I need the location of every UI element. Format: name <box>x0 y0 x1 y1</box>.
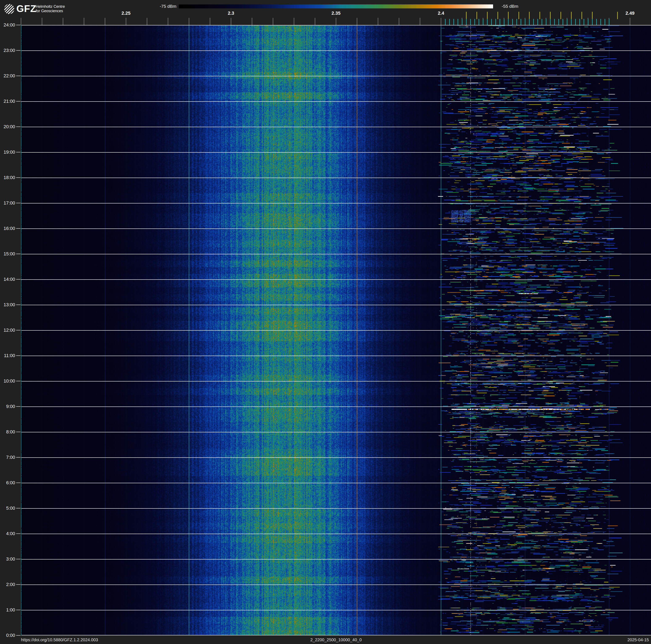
ble-channel-tick <box>470 19 471 25</box>
time-tick <box>16 457 21 458</box>
wifi-channel-tick <box>539 12 540 19</box>
ble-channel-tick <box>491 19 492 25</box>
ble-channel-tick <box>445 19 445 25</box>
time-tick <box>16 177 21 178</box>
freq-minor-tick <box>231 18 231 25</box>
time-label: 24:00 <box>0 23 15 28</box>
footer-date: 2025-04-15 <box>627 637 649 642</box>
ble-channel-tick <box>483 19 484 25</box>
colorbar-min-label: -75 dBm <box>147 4 177 9</box>
time-tick <box>16 254 21 254</box>
freq-minor-tick <box>336 18 336 25</box>
time-tick <box>16 355 21 356</box>
ble-channel-tick <box>537 19 538 25</box>
time-tick <box>16 432 21 432</box>
time-label: 2:00 <box>0 582 15 587</box>
freq-tick-label: 2.25 <box>117 10 135 16</box>
footer-doi-link[interactable]: https://doi.org/10.5880/GFZ.1.2.2024.003 <box>21 637 98 642</box>
wifi-channel-tick <box>592 12 593 19</box>
colorbar-max-label: -55 dBm <box>502 4 535 9</box>
ble-channel-tick <box>600 19 601 25</box>
time-label: 3:00 <box>0 557 15 562</box>
time-label: 1:00 <box>0 608 15 612</box>
wifi-channel-tick <box>617 12 618 19</box>
time-label: 22:00 <box>0 74 15 79</box>
gfz-logo-icon <box>4 4 14 14</box>
gfz-wordmark: GFZ <box>17 3 36 14</box>
time-label: 23:00 <box>0 48 15 53</box>
ble-channel-tick <box>508 19 508 25</box>
time-label: 21:00 <box>0 99 15 104</box>
freq-minor-tick <box>210 18 210 25</box>
time-label: 20:00 <box>0 124 15 129</box>
freq-minor-tick <box>21 18 21 25</box>
gfz-tagline: Helmholtz Centre for Geosciences <box>36 4 65 13</box>
freq-minor-tick <box>357 18 357 25</box>
time-tick <box>16 482 21 483</box>
freq-minor-tick <box>63 18 63 25</box>
freq-tick-label: 2.49 <box>621 10 640 16</box>
tagline-line2: for Geosciences <box>36 9 65 13</box>
freq-minor-tick <box>105 18 105 25</box>
time-label: 13:00 <box>0 302 15 307</box>
wifi-channel-tick <box>550 12 551 19</box>
time-label: 19:00 <box>0 150 15 155</box>
time-tick <box>16 559 21 559</box>
ble-channel-tick <box>588 19 588 25</box>
ble-channel-tick <box>554 19 555 25</box>
time-label: 16:00 <box>0 226 15 231</box>
time-label: 7:00 <box>0 455 15 460</box>
spectrogram-page: GFZ Helmholtz Centre for Geosciences -75… <box>0 0 651 644</box>
ble-channel-tick <box>575 19 576 25</box>
time-tick <box>16 381 21 381</box>
freq-tick-label: 2.3 <box>222 10 241 16</box>
time-tick <box>16 406 21 407</box>
time-label: 10:00 <box>0 379 15 384</box>
time-tick <box>16 101 21 101</box>
time-label: 14:00 <box>0 277 15 282</box>
freq-minor-tick <box>252 18 252 25</box>
freq-minor-tick <box>126 18 126 25</box>
freq-minor-tick <box>294 18 294 25</box>
time-tick <box>16 126 21 127</box>
wifi-channel-tick <box>497 12 498 19</box>
wifi-channel-tick <box>487 12 488 19</box>
spectrogram-canvas <box>21 25 651 635</box>
time-label: 6:00 <box>0 480 15 485</box>
freq-minor-tick <box>399 18 399 25</box>
ble-channel-tick <box>517 19 517 25</box>
ble-channel-tick <box>454 19 454 25</box>
freq-minor-tick <box>147 18 147 25</box>
ble-channel-tick <box>521 19 521 25</box>
time-tick <box>16 508 21 508</box>
freq-minor-tick <box>630 18 630 25</box>
time-label: 12:00 <box>0 328 15 333</box>
ble-channel-tick <box>558 19 559 25</box>
time-tick <box>16 279 21 280</box>
time-tick <box>16 304 21 305</box>
time-tick <box>16 76 21 76</box>
freq-minor-tick <box>420 18 420 25</box>
time-tick <box>16 203 21 203</box>
wifi-channel-tick <box>466 12 467 19</box>
wifi-channel-tick <box>560 12 561 19</box>
freq-minor-tick <box>315 18 315 25</box>
wifi-channel-tick <box>582 12 582 19</box>
ble-channel-tick <box>596 19 597 25</box>
freq-minor-tick <box>168 18 168 25</box>
freq-minor-tick <box>84 18 84 25</box>
ble-channel-tick <box>525 19 525 25</box>
ble-channel-tick <box>563 19 563 25</box>
freq-minor-tick <box>378 18 378 25</box>
ble-channel-tick <box>458 19 458 25</box>
ble-channel-tick <box>500 19 500 25</box>
ble-channel-tick <box>495 19 496 25</box>
ble-channel-tick <box>533 19 534 25</box>
time-label: 15:00 <box>0 252 15 257</box>
time-tick <box>16 584 21 585</box>
ble-channel-tick <box>449 19 450 25</box>
freq-tick-label: 2.35 <box>327 10 345 16</box>
wifi-channel-tick <box>571 12 571 19</box>
tagline-line1: Helmholtz Centre <box>36 4 65 9</box>
freq-minor-tick <box>42 18 42 25</box>
